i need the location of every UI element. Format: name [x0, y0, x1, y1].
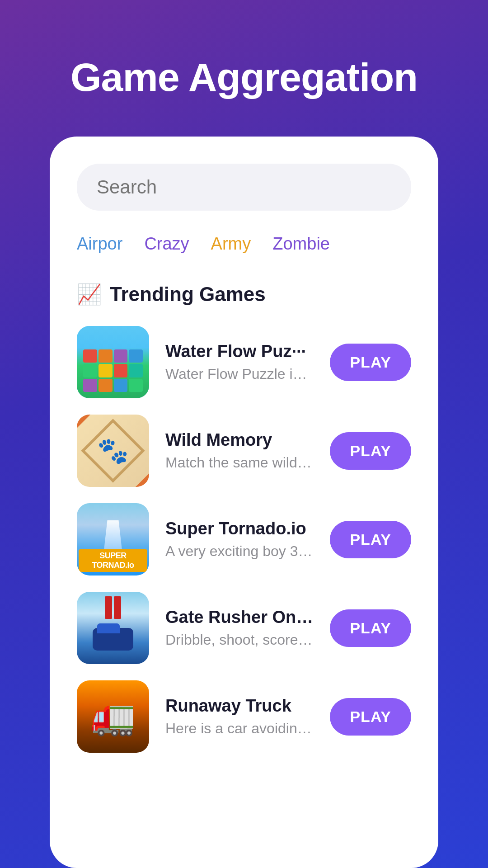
search-bar[interactable]: [77, 164, 411, 211]
table-row: 🐾 Wild Memory Match the same wild a··· P…: [77, 415, 411, 487]
tag-zombie[interactable]: Zombie: [272, 234, 330, 254]
search-input[interactable]: [97, 176, 391, 198]
play-button-water-flow[interactable]: PLAY: [330, 344, 411, 381]
header: Game Aggregation: [0, 0, 488, 137]
tags-row: Airpor Crazy Army Zombie: [77, 234, 411, 254]
game-name: Runaway Truck: [165, 696, 314, 716]
tornado-label: SUPER TORNAD.io: [79, 549, 147, 572]
play-button-runaway-truck[interactable]: PLAY: [330, 698, 411, 736]
game-name: Water Flow Puz···: [165, 342, 314, 361]
game-name: Super Tornado.io: [165, 519, 314, 538]
corner-decoration: [136, 473, 149, 487]
game-thumbnail-super-tornado: SUPER TORNAD.io: [77, 503, 149, 576]
game-info: Runaway Truck Here is a car avoiding ···: [165, 696, 314, 737]
play-button-wild-memory[interactable]: PLAY: [330, 432, 411, 470]
table-row: Water Flow Puz··· Water Flow Puzzle is a…: [77, 326, 411, 398]
trending-icon: 📈: [77, 283, 102, 306]
game-thumbnail-runaway-truck: 🚛: [77, 680, 149, 753]
play-button-gate-rusher[interactable]: PLAY: [330, 609, 411, 647]
game-desc: Match the same wild a···: [165, 454, 314, 471]
paw-icon: 🐾: [97, 436, 129, 466]
game-desc: A very exciting boy 3D···: [165, 543, 314, 560]
tag-army[interactable]: Army: [211, 234, 251, 254]
section-title: Trending Games: [110, 283, 266, 306]
game-thumbnail-wild-memory: 🐾: [77, 415, 149, 487]
tag-crazy[interactable]: Crazy: [144, 234, 189, 254]
game-info: Gate Rusher Onl··· Dribble, shoot, score…: [165, 608, 314, 648]
corner-decoration: [77, 415, 90, 428]
game-thumbnail-water-flow: [77, 326, 149, 398]
page-title: Game Aggregation: [36, 54, 452, 100]
main-card: Airpor Crazy Army Zombie 📈 Trending Game…: [50, 137, 438, 868]
tag-airport[interactable]: Airpor: [77, 234, 122, 254]
game-desc: Here is a car avoiding ···: [165, 720, 314, 737]
game-info: Super Tornado.io A very exciting boy 3D·…: [165, 519, 314, 560]
games-list: Water Flow Puz··· Water Flow Puzzle is a…: [77, 326, 411, 753]
game-desc: Dribble, shoot, score, ···: [165, 632, 314, 648]
game-name: Wild Memory: [165, 430, 314, 450]
table-row: Gate Rusher Onl··· Dribble, shoot, score…: [77, 592, 411, 664]
game-name: Gate Rusher Onl···: [165, 608, 314, 627]
table-row: SUPER TORNAD.io Super Tornado.io A very …: [77, 503, 411, 576]
section-header: 📈 Trending Games: [77, 283, 411, 306]
game-info: Water Flow Puz··· Water Flow Puzzle is a…: [165, 342, 314, 382]
game-desc: Water Flow Puzzle is a···: [165, 366, 314, 382]
play-button-super-tornado[interactable]: PLAY: [330, 521, 411, 558]
game-info: Wild Memory Match the same wild a···: [165, 430, 314, 471]
game-thumbnail-gate-rusher: [77, 592, 149, 664]
table-row: 🚛 Runaway Truck Here is a car avoiding ·…: [77, 680, 411, 753]
